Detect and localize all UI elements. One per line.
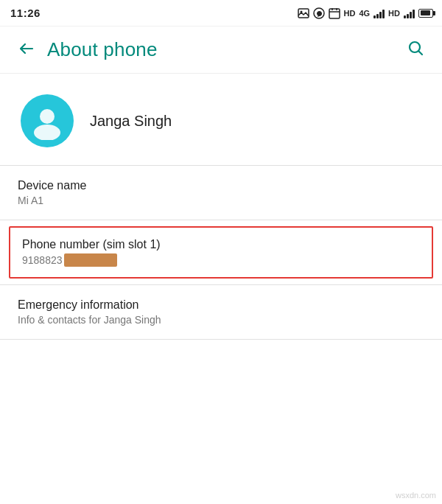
settings-item-emergency[interactable]: Emergency information Info & contacts fo… xyxy=(0,285,442,339)
profile-section: Janga Singh xyxy=(0,74,442,165)
divider-4 xyxy=(0,339,442,340)
status-time: 11:26 xyxy=(10,7,41,19)
signal-icon-2 xyxy=(404,8,415,18)
phone-number-label: Phone number (sim slot 1) xyxy=(22,238,420,251)
back-button[interactable] xyxy=(12,34,41,66)
app-bar: About phone xyxy=(0,27,442,74)
svg-line-8 xyxy=(419,51,423,55)
network-indicator: 4G xyxy=(359,9,370,18)
svg-rect-3 xyxy=(329,9,340,18)
svg-point-9 xyxy=(40,109,55,124)
calendar-icon xyxy=(329,7,340,19)
status-bar: 11:26 HD 4G HD xyxy=(0,0,442,27)
whatsapp-icon xyxy=(313,7,325,19)
profile-name: Janga Singh xyxy=(90,113,172,130)
watermark: wsxdn.com xyxy=(396,491,436,500)
phone-number-visible: 9188823 xyxy=(22,254,63,266)
hd-indicator-1: HD xyxy=(344,9,356,18)
avatar-icon xyxy=(28,102,66,140)
page-title: About phone xyxy=(47,38,401,61)
divider-2 xyxy=(0,220,442,220)
svg-point-10 xyxy=(34,125,60,140)
emergency-label: Emergency information xyxy=(18,298,424,312)
device-name-value: Mi A1 xyxy=(18,195,424,206)
settings-item-phone-number[interactable]: Phone number (sim slot 1) 9188823 xyxy=(9,226,433,279)
battery-icon xyxy=(418,9,433,18)
settings-item-device-name[interactable]: Device name Mi A1 xyxy=(0,166,442,220)
search-button[interactable] xyxy=(401,33,430,67)
image-icon xyxy=(298,8,309,18)
hd-indicator-2: HD xyxy=(388,9,400,18)
phone-number-row: 9188823 xyxy=(22,253,420,267)
status-icons: HD 4G HD xyxy=(298,7,433,19)
avatar xyxy=(21,94,74,147)
phone-number-redacted xyxy=(64,253,117,267)
emergency-value: Info & contacts for Janga Singh xyxy=(18,314,424,326)
device-name-label: Device name xyxy=(18,179,424,192)
signal-icon-1 xyxy=(373,8,385,18)
